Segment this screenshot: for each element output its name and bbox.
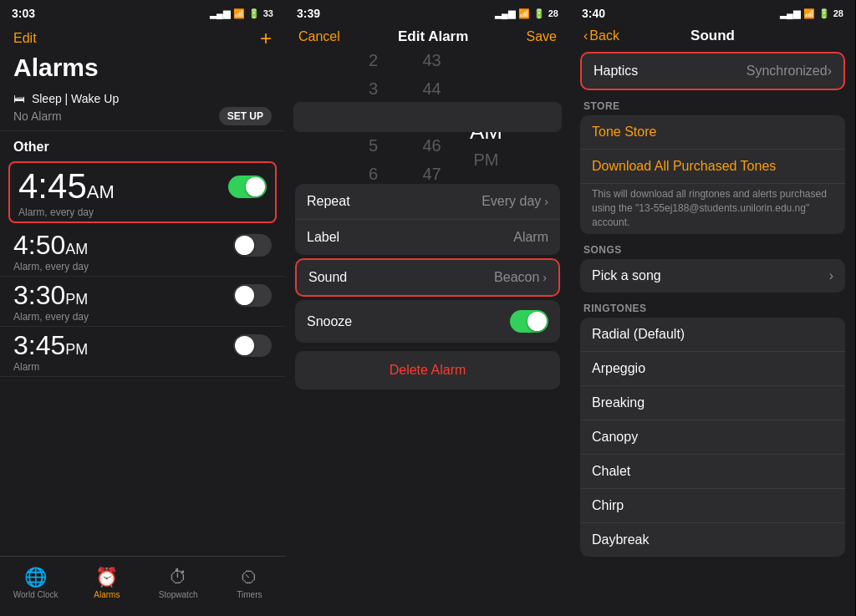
- battery-icon-2: 🔋: [533, 8, 545, 19]
- ringtones-list: Radial (Default) Arpeggio Breaking Canop…: [580, 318, 845, 557]
- save-button[interactable]: Save: [527, 29, 557, 44]
- ringtone-chalet-label: Chalet: [592, 464, 630, 479]
- download-purchased-label: Download All Purchased Tones: [592, 159, 776, 174]
- tone-store-row[interactable]: Tone Store: [580, 115, 845, 150]
- ringtone-arpeggio[interactable]: Arpeggio: [580, 352, 845, 386]
- sound-row-highlighted[interactable]: Sound Beacon ›: [295, 258, 560, 297]
- picker-min-46: 46: [422, 131, 441, 160]
- picker-min-43: 43: [422, 50, 441, 74]
- ringtone-radial-label: Radial (Default): [592, 327, 685, 342]
- alarm-toggle-330[interactable]: [233, 284, 272, 307]
- label-row[interactable]: Label Alarm: [295, 220, 560, 255]
- picker-pm: PM: [474, 145, 499, 174]
- pick-a-song-row[interactable]: Pick a song ›: [580, 259, 845, 293]
- ringtone-chirp-label: Chirp: [592, 498, 624, 513]
- picker-ampm[interactable]: AM PM: [461, 60, 512, 174]
- tab-world-clock[interactable]: 🌐 World Clock: [0, 567, 71, 599]
- ringtone-radial[interactable]: Radial (Default): [580, 318, 845, 352]
- tab-timers[interactable]: ⏲ Timers: [214, 567, 285, 599]
- alarm-item-445am[interactable]: 4:45AM Alarm, every day: [8, 161, 277, 223]
- snooze-row: Snooze: [295, 300, 560, 343]
- alarm-time-450: 4:50AM: [13, 230, 88, 261]
- download-purchased-inner[interactable]: Download All Purchased Tones: [580, 150, 845, 184]
- cancel-button[interactable]: Cancel: [298, 29, 340, 44]
- status-bar-1: 3:03 ▂▄▆ 📶 🔋 33: [0, 0, 285, 23]
- songs-header: SONGS: [570, 237, 855, 259]
- edit-button[interactable]: Edit: [13, 31, 37, 46]
- tab-bar: 🌐 World Clock ⏰ Alarms ⏱ Stopwatch ⏲ Tim…: [0, 556, 285, 616]
- status-time-1: 3:03: [12, 7, 35, 20]
- add-alarm-button[interactable]: +: [260, 27, 272, 50]
- tab-alarms[interactable]: ⏰ Alarms: [71, 567, 142, 599]
- tab-stopwatch[interactable]: ⏱ Stopwatch: [143, 567, 214, 599]
- snooze-label: Snooze: [307, 314, 352, 329]
- delete-alarm-button[interactable]: Delete Alarm: [295, 351, 560, 389]
- alarm-item-330pm[interactable]: 3:30PM Alarm, every day: [0, 277, 285, 327]
- ringtone-breaking[interactable]: Breaking: [580, 386, 845, 420]
- repeat-label: Repeat: [307, 194, 350, 209]
- sound-chevron: ›: [543, 271, 547, 284]
- ringtone-daybreak[interactable]: Daybreak: [580, 523, 845, 557]
- picker-hour-3: 3: [369, 74, 378, 103]
- alarm-item-450am[interactable]: 4:50AM Alarm, every day: [0, 227, 285, 277]
- alarm-item-345pm[interactable]: 3:45PM Alarm: [0, 327, 285, 377]
- picker-minutes[interactable]: 43 44 45 46 47: [403, 50, 461, 184]
- alarm-sub-330: Alarm, every day: [13, 311, 272, 323]
- picker-hour-4: 4: [367, 103, 379, 131]
- signal-icon-2: ▂▄▆: [495, 8, 515, 19]
- picker-hour-5: 5: [369, 131, 378, 160]
- edit-alarm-title: Edit Alarm: [398, 28, 468, 45]
- alarm-toggle-445[interactable]: [228, 176, 267, 198]
- sleep-wake-section: 🛏 Sleep | Wake Up No Alarm SET UP: [0, 87, 285, 131]
- status-icons-3: ▂▄▆ 📶 🔋 28: [780, 8, 843, 19]
- no-alarm-row: No Alarm SET UP: [13, 107, 272, 125]
- ringtone-canopy-label: Canopy: [592, 430, 638, 445]
- picker-hour-6: 6: [369, 160, 378, 184]
- sound-title: Sound: [690, 28, 735, 44]
- battery-icon: 🔋: [248, 8, 260, 19]
- wifi-icon-2: 📶: [518, 8, 530, 19]
- no-alarm-label: No Alarm: [13, 109, 62, 123]
- tab-world-clock-label: World Clock: [13, 590, 59, 599]
- label-label: Label: [307, 230, 339, 245]
- ringtone-arpeggio-label: Arpeggio: [592, 361, 645, 376]
- ringtone-canopy[interactable]: Canopy: [580, 420, 845, 455]
- status-bar-2: 3:39 ▂▄▆ 📶 🔋 28: [285, 0, 570, 23]
- status-bar-3: 3:40 ▂▄▆ 📶 🔋 28: [570, 0, 855, 23]
- status-icons-2: ▂▄▆ 📶 🔋 28: [495, 8, 558, 19]
- other-label: Other: [0, 131, 285, 158]
- picker-min-44: 44: [422, 74, 441, 103]
- ringtone-chirp[interactable]: Chirp: [580, 489, 845, 523]
- back-button[interactable]: ‹ Back: [583, 28, 619, 43]
- repeat-chevron: ›: [544, 195, 548, 208]
- panel-alarms: 3:03 ▂▄▆ 📶 🔋 33 Edit + Alarms 🛏 Sleep | …: [0, 0, 285, 616]
- picker-hours[interactable]: 2 3 4 5 6: [344, 50, 403, 184]
- pick-a-song-label: Pick a song: [592, 268, 661, 283]
- alarm-toggle-345[interactable]: [233, 334, 272, 357]
- ringtone-chalet[interactable]: Chalet: [580, 455, 845, 489]
- repeat-row[interactable]: Repeat Every day ›: [295, 184, 560, 220]
- chevron-left-icon: ‹: [583, 28, 588, 43]
- snooze-toggle[interactable]: [510, 310, 548, 333]
- alarm-tab-icon: ⏰: [95, 567, 118, 588]
- bed-icon: 🛏: [13, 92, 25, 105]
- sleep-label: 🛏 Sleep | Wake Up: [13, 92, 272, 105]
- alarm-toggle-450[interactable]: [233, 234, 272, 257]
- haptics-row[interactable]: Haptics Synchronized ›: [580, 52, 845, 90]
- store-header: STORE: [570, 94, 855, 115]
- setup-button[interactable]: SET UP: [219, 107, 272, 125]
- tab-timers-label: Timers: [237, 590, 262, 599]
- picker-min-45: 45: [420, 103, 444, 131]
- signal-icon: ▂▄▆: [210, 8, 230, 19]
- download-purchased-row[interactable]: Download All Purchased Tones This will d…: [580, 150, 845, 234]
- battery-level-2: 28: [548, 8, 558, 18]
- haptics-value: Synchronized ›: [746, 64, 832, 79]
- battery-level-3: 28: [833, 8, 843, 18]
- stopwatch-icon: ⏱: [169, 567, 187, 588]
- alarm-sub-450: Alarm, every day: [13, 261, 272, 272]
- sound-row[interactable]: Sound Beacon ›: [297, 260, 558, 295]
- page-title: Alarms: [0, 50, 285, 87]
- store-list: Tone Store Download All Purchased Tones …: [580, 115, 845, 234]
- sound-nav: ‹ Back Sound: [570, 23, 855, 48]
- time-picker[interactable]: 2 3 4 5 6 43 44 45 46 47 AM PM: [285, 50, 570, 184]
